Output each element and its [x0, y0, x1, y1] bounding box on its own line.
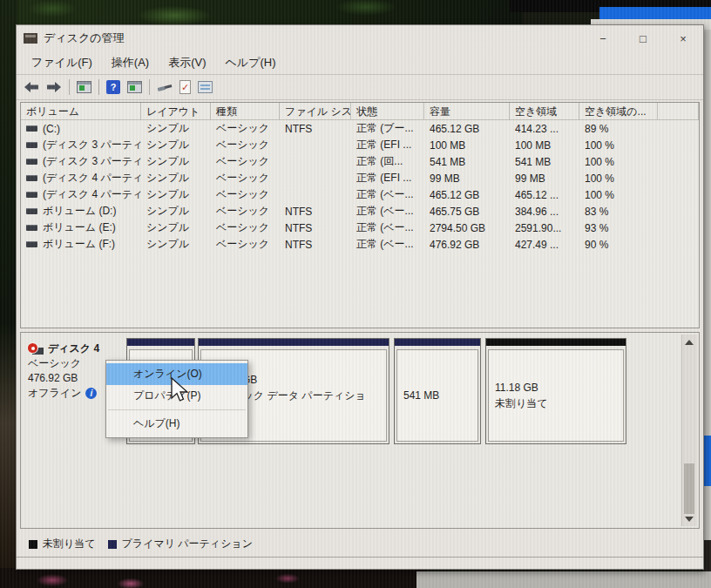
partition-color-bar [395, 339, 480, 346]
status-bar [17, 557, 703, 569]
table-row[interactable]: ボリューム (F:) シンプル ベーシック NTFS 正常 (ベー... 476… [21, 236, 699, 253]
table-row[interactable]: ボリューム (E:) シンプル ベーシック NTFS 正常 (ベー... 279… [21, 220, 699, 236]
menu-item-help[interactable]: ヘルプ(H) [106, 413, 247, 435]
volume-cell: (ディスク 4 パーティ... [21, 187, 141, 202]
menu-separator [108, 409, 246, 410]
type-cell: ベーシック [211, 154, 280, 169]
menu-help[interactable]: ヘルプ(H) [216, 55, 286, 71]
volume-cell: ボリューム (D:) [21, 204, 141, 219]
close-button[interactable]: × [663, 25, 703, 51]
layout-cell: シンプル [141, 121, 211, 136]
free-pct-cell: 83 % [579, 206, 658, 218]
free-cell: 2591.90... [510, 222, 579, 234]
table-row[interactable]: (ディスク 3 パーティ... シンプル ベーシック 正常 (EFI ... 1… [21, 137, 699, 153]
check-document-icon[interactable] [179, 80, 191, 94]
scroll-down-button[interactable] [682, 511, 696, 526]
volume-cell: ボリューム (E:) [21, 220, 141, 235]
scrollbar-thumb[interactable] [684, 463, 694, 514]
wallpaper-bottom [0, 568, 427, 588]
column-header-capacity[interactable]: 容量 [424, 103, 510, 119]
type-cell: ベーシック [211, 220, 280, 235]
menu-view[interactable]: 表示(V) [159, 55, 215, 71]
action-pane-icon[interactable] [127, 81, 142, 93]
back-arrow-icon[interactable] [24, 80, 39, 94]
maximize-button[interactable]: □ [623, 25, 663, 51]
partition-color-bar [127, 339, 194, 346]
table-row[interactable]: (ディスク 4 パーティ... シンプル ベーシック 正常 (EFI ... 9… [21, 170, 699, 186]
disk-management-icon [24, 33, 37, 44]
legend: 未割り当て プライマリ パーティション [17, 534, 703, 558]
volume-cell: ボリューム (F:) [21, 237, 141, 252]
type-cell: ベーシック [211, 187, 280, 202]
free-pct-cell: 93 % [579, 222, 658, 234]
column-header-filesystem[interactable]: ファイル シス... [280, 103, 351, 119]
column-header-layout[interactable]: レイアウト [141, 103, 211, 119]
window-title: ディスクの管理 [44, 30, 125, 46]
table-row[interactable]: ボリューム (D:) シンプル ベーシック NTFS 正常 (ベー... 465… [21, 203, 699, 220]
status-cell: 正常 (EFI ... [351, 171, 424, 186]
capacity-cell: 465.12 GB [424, 123, 510, 135]
layout-cell: シンプル [141, 171, 211, 186]
type-cell: ベーシック [211, 204, 280, 219]
capacity-cell: 100 MB [424, 139, 510, 152]
menu-file[interactable]: ファイル(F) [22, 55, 102, 71]
menu-action[interactable]: 操作(A) [102, 55, 159, 71]
type-cell: ベーシック [211, 237, 280, 252]
status-cell: 正常 (EFI ... [351, 138, 424, 152]
forward-arrow-icon[interactable] [46, 80, 62, 94]
help-icon[interactable]: ? [106, 80, 120, 94]
column-header-free-percent[interactable]: 空き領域の... [579, 103, 658, 119]
background-bottom-window [416, 571, 711, 588]
free-pct-cell: 100 % [579, 139, 658, 152]
table-row[interactable]: (C:) シンプル ベーシック NTFS 正常 (ブー... 465.12 GB… [21, 120, 699, 137]
table-row[interactable]: (ディスク 4 パーティ... シンプル ベーシック 正常 (ベー... 465… [21, 186, 699, 203]
status-cell: 正常 (ベー... [351, 220, 424, 235]
vertical-scrollbar[interactable] [681, 335, 697, 526]
background-blue-titlebar [599, 7, 711, 20]
fs-cell: NTFS [280, 239, 351, 251]
column-header-status[interactable]: 状態 [351, 103, 424, 119]
info-icon[interactable]: i [85, 388, 97, 399]
drive-icon [26, 159, 37, 165]
unallocated-swatch-icon [29, 540, 37, 549]
capacity-cell: 541 MB [424, 156, 510, 168]
screwdriver-icon[interactable] [157, 80, 173, 94]
disk-name: ディスク 4 [48, 341, 99, 356]
drive-icon [26, 241, 37, 247]
partition-541mb[interactable]: 541 MB [394, 338, 481, 444]
free-pct-cell: 90 % [579, 239, 658, 251]
status-cell: 正常 (ベー... [351, 187, 424, 202]
minimize-button[interactable]: − [583, 25, 623, 51]
free-pct-cell: 100 % [579, 156, 658, 168]
drive-icon [26, 208, 37, 214]
free-cell: 465.12 ... [510, 189, 579, 201]
column-header-free-space[interactable]: 空き領域 [510, 103, 579, 119]
toolbar: ? [17, 74, 703, 100]
column-header-type[interactable]: 種類 [211, 103, 280, 119]
type-cell: ベーシック [211, 138, 280, 152]
capacity-cell: 476.92 GB [424, 239, 510, 251]
type-cell: ベーシック [211, 171, 280, 186]
legend-unallocated: 未割り当て [29, 537, 96, 551]
toolbar-separator [69, 79, 70, 95]
drive-icon [26, 192, 37, 198]
status-cell: 正常 (ベー... [351, 204, 424, 219]
column-header-volume[interactable]: ボリューム [21, 103, 141, 119]
partition-color-bar [199, 339, 389, 346]
free-cell: 414.23 ... [510, 123, 579, 135]
table-row[interactable]: (ディスク 3 パーティ... シンプル ベーシック 正常 (回... 541 … [21, 153, 699, 170]
free-cell: 100 MB [510, 139, 579, 152]
status-cell: 正常 (ベー... [351, 237, 424, 252]
layout-cell: シンプル [141, 220, 211, 235]
partition-unallocated[interactable]: 11.18 GB 未割り当て [485, 338, 626, 444]
volume-cell: (C:) [21, 123, 141, 135]
scroll-up-button[interactable] [682, 335, 696, 349]
mouse-cursor [170, 377, 191, 405]
console-tree-icon[interactable] [77, 81, 91, 93]
properties-view-icon[interactable] [198, 81, 213, 93]
titlebar[interactable]: ディスクの管理 − □ × [17, 25, 703, 51]
layout-cell: シンプル [141, 204, 211, 219]
volume-list: ボリューム レイアウト 種類 ファイル シス... 状態 容量 空き領域 空き領… [20, 102, 700, 328]
drive-icon [26, 175, 37, 181]
capacity-cell: 465.75 GB [424, 206, 510, 218]
